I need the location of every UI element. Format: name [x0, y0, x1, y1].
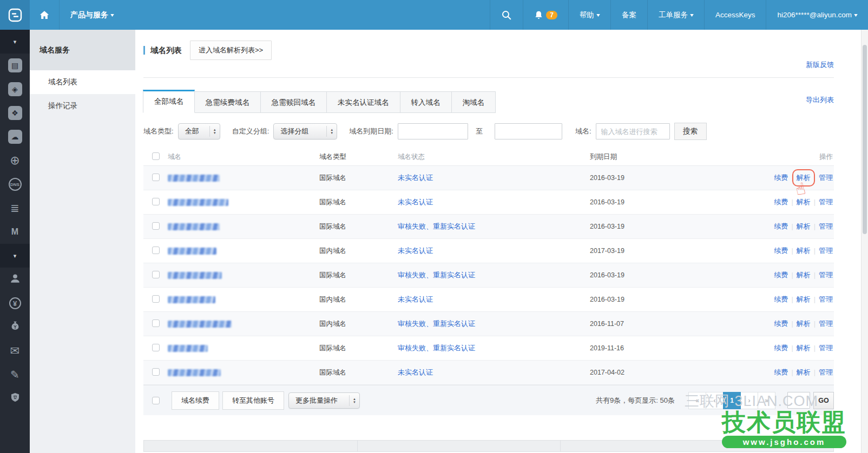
rail-item-compute[interactable]: ◈: [0, 77, 30, 101]
resolve-link[interactable]: 解析: [797, 198, 811, 206]
aliyun-logo[interactable]: [0, 0, 30, 30]
rail-item-domain[interactable]: ⊕: [0, 149, 30, 172]
select-all-checkbox[interactable]: [152, 152, 160, 160]
renew-link[interactable]: 续费: [774, 295, 788, 303]
domain-status-link[interactable]: 未实名认证: [398, 295, 433, 303]
domain-name-redacted-link[interactable]: [168, 296, 215, 303]
tab[interactable]: 转入域名: [400, 91, 452, 113]
domain-status-link[interactable]: 审核失败、重新实名认证: [398, 344, 475, 352]
manage-link[interactable]: 管理: [819, 198, 833, 206]
renew-link[interactable]: 续费: [774, 368, 788, 376]
search-submit-button[interactable]: 搜索: [674, 123, 707, 140]
renew-link[interactable]: 续费: [774, 174, 788, 182]
row-checkbox[interactable]: [152, 319, 160, 327]
resolve-link[interactable]: 解析: [797, 344, 811, 352]
renew-link[interactable]: 续费: [774, 319, 788, 328]
domain-name-redacted-link[interactable]: [168, 223, 220, 230]
tab[interactable]: 未实名认证域名: [326, 91, 400, 113]
group-select[interactable]: 选择分组 ▲▼: [273, 123, 337, 139]
rail-item-billing[interactable]: ¥: [0, 291, 30, 315]
manage-link[interactable]: 管理: [819, 247, 833, 255]
rail-item-network[interactable]: ❖: [0, 101, 30, 125]
manage-link[interactable]: 管理: [819, 222, 833, 230]
domain-name-redacted-link[interactable]: [168, 199, 228, 206]
domain-name-redacted-link[interactable]: [168, 272, 222, 279]
rail-item-account[interactable]: [0, 268, 30, 291]
row-checkbox[interactable]: [152, 271, 160, 278]
domain-type-select[interactable]: 全部 ▲▼: [178, 123, 220, 139]
rail-item-workorder[interactable]: ✎: [0, 363, 30, 387]
domain-status-link[interactable]: 审核失败、重新实名认证: [398, 222, 475, 230]
renew-link[interactable]: 续费: [774, 344, 788, 352]
domain-status-link[interactable]: 未实名认证: [398, 368, 433, 376]
new-version-feedback-link[interactable]: 新版反馈: [806, 61, 834, 69]
renew-link[interactable]: 续费: [774, 271, 788, 279]
search-button[interactable]: [490, 0, 523, 30]
domain-name-redacted-link[interactable]: [168, 175, 220, 182]
rail-collapse-top[interactable]: ▾: [0, 30, 30, 54]
enter-dns-list-button[interactable]: 进入域名解析列表>>: [190, 41, 272, 60]
tab[interactable]: 淘域名: [451, 91, 496, 113]
more-batch-operations-select[interactable]: 更多批量操作 ▲▼: [288, 392, 360, 409]
domain-status-link[interactable]: 审核失败、重新实名认证: [398, 271, 475, 279]
last-page-button[interactable]: »: [758, 392, 775, 409]
sidebar-item[interactable]: 操作记录: [30, 94, 135, 118]
domain-status-link[interactable]: 审核失败、重新实名认证: [398, 319, 475, 328]
home-button[interactable]: [30, 0, 60, 30]
manage-link[interactable]: 管理: [819, 271, 833, 279]
manage-link[interactable]: 管理: [819, 319, 833, 328]
rail-item-messages[interactable]: ✉: [0, 339, 30, 363]
manage-link[interactable]: 管理: [819, 174, 833, 182]
row-checkbox[interactable]: [152, 295, 160, 303]
row-checkbox[interactable]: [152, 247, 160, 254]
previous-page-button[interactable]: ‹: [706, 392, 724, 409]
domain-status-link[interactable]: 未实名认证: [398, 198, 433, 206]
expire-date-end-input[interactable]: [495, 123, 562, 139]
rail-collapse-bottom[interactable]: ▾: [0, 244, 30, 268]
rail-item-m-service[interactable]: M: [0, 220, 30, 244]
page-number-input[interactable]: [787, 392, 810, 409]
manage-link[interactable]: 管理: [819, 368, 833, 376]
scrollbar-thumb[interactable]: [863, 45, 867, 234]
renew-link[interactable]: 续费: [774, 247, 788, 255]
rail-item-security[interactable]: [0, 387, 30, 410]
accesskeys-link[interactable]: AccessKeys: [704, 0, 766, 30]
domain-name-redacted-link[interactable]: [168, 369, 221, 376]
domain-search-input[interactable]: [596, 123, 670, 139]
manage-link[interactable]: 管理: [819, 344, 833, 352]
tab[interactable]: 急需赎回域名: [260, 91, 327, 113]
ticket-service-menu[interactable]: 工单服务 ▾: [647, 0, 704, 30]
row-checkbox[interactable]: [152, 222, 160, 230]
row-checkbox[interactable]: [152, 198, 160, 205]
rail-item-console[interactable]: ▤: [0, 54, 30, 77]
resolve-link[interactable]: 解析: [797, 368, 811, 376]
first-page-button[interactable]: «: [688, 392, 706, 409]
export-list-link[interactable]: 导出列表: [806, 95, 834, 105]
resolve-link[interactable]: 解析: [797, 222, 811, 230]
batch-transfer-button[interactable]: 转至其他账号: [222, 391, 284, 410]
domain-status-link[interactable]: 未实名认证: [398, 247, 433, 255]
resolve-link[interactable]: 解析: [797, 319, 811, 328]
domain-name-redacted-link[interactable]: [168, 248, 216, 255]
row-checkbox[interactable]: [152, 368, 160, 376]
domain-status-link[interactable]: 未实名认证: [398, 174, 433, 182]
batch-renew-button[interactable]: 域名续费: [172, 391, 219, 410]
current-page-button[interactable]: 1: [723, 392, 741, 409]
go-button[interactable]: GO: [813, 392, 834, 409]
renew-link[interactable]: 续费: [774, 222, 788, 230]
renew-link[interactable]: 续费: [774, 198, 788, 206]
resolve-link[interactable]: 解析: [797, 174, 811, 182]
expire-date-start-input[interactable]: [398, 123, 468, 139]
domain-name-redacted-link[interactable]: [168, 345, 208, 352]
domain-name-redacted-link[interactable]: [168, 321, 232, 328]
manage-link[interactable]: 管理: [819, 295, 833, 303]
help-menu[interactable]: 帮助 ▾: [568, 0, 610, 30]
row-checkbox[interactable]: [152, 174, 160, 181]
resolve-link[interactable]: 解析: [797, 271, 811, 279]
rail-item-funds[interactable]: [0, 315, 30, 339]
next-page-button[interactable]: ›: [740, 392, 758, 409]
rail-item-server[interactable]: ≣: [0, 196, 30, 220]
beian-link[interactable]: 备案: [610, 0, 647, 30]
rail-item-cloud[interactable]: ☁: [0, 125, 30, 149]
batch-select-all-checkbox[interactable]: [152, 397, 160, 404]
